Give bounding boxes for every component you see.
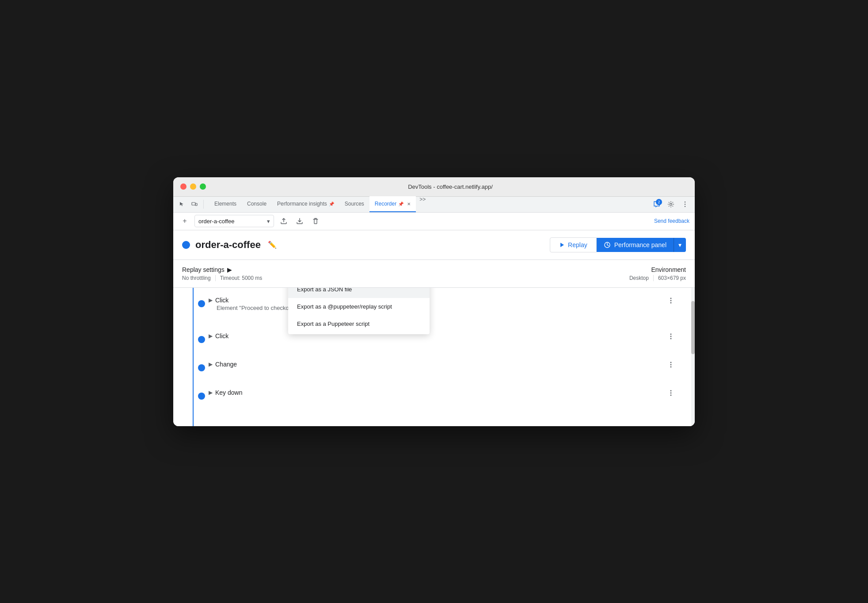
- chat-badge: 2: [656, 199, 662, 205]
- step-3-dot: [198, 364, 205, 371]
- step-3-title[interactable]: ▶ Change: [209, 361, 677, 368]
- svg-point-4: [685, 204, 685, 205]
- tab-elements[interactable]: Elements: [209, 196, 242, 212]
- step-2-dot: [198, 336, 205, 343]
- svg-point-2: [670, 203, 672, 206]
- device-toggle-icon[interactable]: [189, 199, 200, 210]
- tab-recorder[interactable]: Recorder 📌 ✕: [369, 196, 416, 212]
- replay-settings-arrow-icon: ▶: [227, 266, 232, 273]
- svg-point-8: [670, 298, 672, 299]
- export-button[interactable]: [278, 215, 290, 227]
- svg-point-3: [685, 202, 685, 202]
- svg-rect-1: [195, 203, 197, 206]
- traffic-lights: [180, 183, 206, 190]
- tab-actions: 2: [651, 198, 691, 210]
- cursor-icon[interactable]: [177, 199, 187, 210]
- titlebar: DevTools - coffee-cart.netlify.app/: [173, 177, 695, 197]
- pin-icon: 📌: [329, 202, 334, 206]
- step-4-chevron-icon: ▶: [209, 389, 213, 396]
- devtools-tab-bar: Elements Console Performance insights 📌 …: [173, 197, 695, 213]
- recording-header: order-a-coffee ✏️ Replay Performance pan…: [173, 230, 695, 260]
- replay-settings-label[interactable]: Replay settings ▶: [182, 266, 262, 273]
- tab-separator: [203, 200, 204, 209]
- recorder-close-icon[interactable]: ✕: [407, 202, 411, 206]
- performance-panel-button[interactable]: Performance panel: [597, 238, 674, 252]
- step-3: ▶ Change: [182, 361, 677, 368]
- tab-sources[interactable]: Sources: [339, 196, 369, 212]
- environment-settings: Environment Desktop 603×679 px: [629, 266, 686, 281]
- svg-marker-6: [560, 243, 564, 247]
- step-1-chevron-icon: ▶: [209, 297, 213, 303]
- maximize-button[interactable]: [200, 183, 206, 190]
- step-1-title[interactable]: ▶ Click: [209, 297, 677, 304]
- svg-point-18: [670, 392, 672, 393]
- more-tabs-button[interactable]: >>: [416, 196, 429, 212]
- scrollbar[interactable]: [691, 288, 695, 426]
- step-1-content: ▶ Click Element "Proceed to checkout": [209, 297, 677, 311]
- svg-point-15: [670, 364, 672, 365]
- svg-point-9: [670, 300, 672, 301]
- tab-icons: [177, 199, 206, 210]
- tab-console[interactable]: Console: [242, 196, 272, 212]
- steps-list: Export as a JSON file Export as a @puppe…: [173, 288, 695, 426]
- step-1-more-button[interactable]: [665, 297, 677, 305]
- settings-details: No throttling Timeout: 5000 ms: [182, 275, 262, 281]
- recording-indicator: [182, 241, 190, 249]
- settings-button[interactable]: [665, 198, 677, 210]
- svg-point-11: [670, 333, 672, 335]
- environment-details: Desktop 603×679 px: [629, 275, 686, 281]
- send-feedback-link[interactable]: Send feedback: [654, 218, 689, 224]
- window-title: DevTools - coffee-cart.netlify.app/: [213, 183, 688, 190]
- recording-selector[interactable]: order-a-coffee ▾: [194, 215, 274, 227]
- step-1-subtitle: Element "Proceed to checkout": [217, 305, 677, 311]
- replay-button[interactable]: Replay: [550, 237, 597, 252]
- svg-point-10: [670, 302, 672, 303]
- close-button[interactable]: [180, 183, 187, 190]
- tab-performance-insights[interactable]: Performance insights 📌: [272, 196, 339, 212]
- devtools-window: DevTools - coffee-cart.netlify.app/ Elem…: [173, 177, 695, 426]
- recording-name-heading: order-a-coffee: [195, 239, 261, 251]
- more-options-button[interactable]: [679, 198, 691, 210]
- settings-section: Replay settings ▶ No throttling Timeout:…: [173, 260, 695, 288]
- step-4-dot: [198, 393, 205, 400]
- environment-label: Environment: [651, 266, 686, 273]
- delete-button[interactable]: [309, 215, 322, 227]
- svg-point-12: [670, 336, 672, 337]
- step-4-content: ▶ Key down: [209, 389, 677, 396]
- env-detail-separator: [653, 275, 654, 281]
- svg-point-19: [670, 394, 672, 396]
- recorder-toolbar: + order-a-coffee ▾ Send feedback: [173, 213, 695, 230]
- svg-point-16: [670, 366, 672, 367]
- step-2-title[interactable]: ▶ Click: [209, 332, 677, 340]
- step-2-chevron-icon: ▶: [209, 333, 213, 339]
- step-4-more-button[interactable]: [665, 389, 677, 397]
- svg-point-17: [670, 390, 672, 391]
- import-button[interactable]: [293, 215, 306, 227]
- step-2: ▶ Click: [182, 332, 677, 340]
- chat-button[interactable]: 2: [651, 198, 663, 210]
- svg-rect-0: [192, 202, 195, 205]
- minimize-button[interactable]: [190, 183, 196, 190]
- chevron-down-icon: ▾: [678, 241, 681, 248]
- step-3-content: ▶ Change: [209, 361, 677, 368]
- step-4-title[interactable]: ▶ Key down: [209, 389, 677, 396]
- chevron-down-icon: ▾: [267, 218, 270, 225]
- step-1: ▶ Click Element "Proceed to checkout": [182, 297, 677, 311]
- step-3-chevron-icon: ▶: [209, 361, 213, 367]
- svg-point-13: [670, 338, 672, 339]
- export-dropdown: Export as a JSON file Export as a @puppe…: [288, 288, 430, 334]
- step-2-more-button[interactable]: [665, 332, 677, 340]
- export-json-item[interactable]: Export as a JSON file: [288, 288, 430, 298]
- step-3-more-button[interactable]: [665, 361, 677, 369]
- add-recording-button[interactable]: +: [179, 215, 191, 227]
- edit-recording-name-icon[interactable]: ✏️: [268, 240, 277, 249]
- export-puppeteer-replay-item[interactable]: Export as a @puppeteer/replay script: [288, 298, 430, 315]
- recorder-pin-icon: 📌: [398, 202, 404, 206]
- step-1-dot: [198, 300, 205, 307]
- performance-panel-dropdown-button[interactable]: ▾: [674, 238, 686, 252]
- svg-point-5: [685, 206, 685, 207]
- scrollbar-thumb[interactable]: [691, 301, 695, 354]
- svg-point-14: [670, 362, 672, 363]
- export-puppeteer-item[interactable]: Export as a Puppeteer script: [288, 315, 430, 332]
- header-actions: Replay Performance panel ▾: [550, 237, 686, 252]
